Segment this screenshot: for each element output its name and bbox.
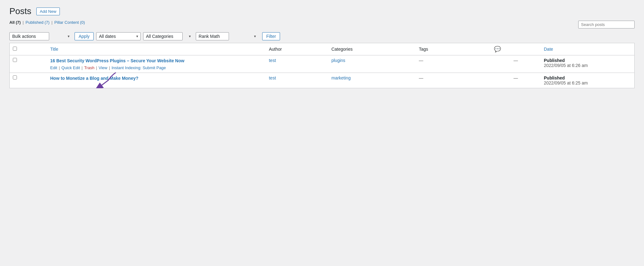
title-sort-link[interactable]: Title [50, 47, 58, 52]
filter-link-all[interactable]: All (7) [9, 20, 21, 25]
add-new-button[interactable]: Add New [36, 8, 60, 15]
posts-table-outer: Title Author Categories Tags 💬 Date 16 B… [9, 43, 635, 88]
categories-column-header: Categories [328, 43, 416, 55]
title-column-header: Title [47, 43, 266, 55]
post-title-link[interactable]: 16 Best Security WordPress Plugins – Sec… [50, 58, 262, 64]
action-sep: | [59, 65, 60, 70]
apply-button[interactable]: Apply [75, 32, 94, 40]
filters-bar: Bulk actionsEditMove to Trash Apply All … [9, 32, 635, 40]
search-input[interactable] [578, 21, 635, 28]
filter-link-pillar-content[interactable]: Pillar Content (0) [55, 20, 85, 25]
table-header-row: Title Author Categories Tags 💬 Date [10, 43, 635, 55]
row-categories-cell: marketing [328, 73, 416, 88]
page-title: Posts [9, 6, 31, 16]
date-value: 2022/09/05 at 6:26 am [544, 63, 588, 68]
date-sort-link[interactable]: Date [544, 47, 553, 52]
row-checkbox-cell [10, 55, 47, 73]
comments-column-header: 💬 [491, 43, 541, 55]
bulk-actions-wrapper[interactable]: Bulk actionsEditMove to Trash [9, 32, 72, 40]
action-link-quick-edit[interactable]: Quick Edit [61, 65, 80, 70]
bulk-actions-select[interactable]: Bulk actionsEditMove to Trash [9, 32, 49, 40]
row-date-cell: Published2022/09/05 at 6:25 am [541, 73, 634, 88]
filter-button[interactable]: Filter [262, 32, 280, 40]
row-tags-cell: — [416, 55, 491, 73]
filter-links: All (7) | Published (7) | Pillar Content… [9, 20, 85, 25]
posts-table: Title Author Categories Tags 💬 Date 16 B… [9, 43, 635, 88]
dates-select[interactable]: All datesSeptember 2022 [96, 32, 141, 40]
action-sep: | [96, 65, 97, 70]
categories-wrapper[interactable]: All Categoriespluginsmarketing [143, 32, 193, 40]
post-title-link[interactable]: How to Monetize a Blog and Make Money? [50, 75, 262, 82]
tags-value: — [419, 75, 423, 80]
filter-sep: | [51, 20, 52, 25]
action-link-view[interactable]: View [99, 65, 107, 70]
row-title-cell: How to Monetize a Blog and Make Money? [47, 73, 266, 88]
checkbox-all[interactable] [13, 47, 17, 51]
filter-link-published[interactable]: Published (7) [26, 20, 50, 25]
row-tags-cell: — [416, 73, 491, 88]
author-link[interactable]: test [269, 75, 276, 80]
author-column-header: Author [266, 43, 328, 55]
author-link[interactable]: test [269, 58, 276, 63]
row-author-cell: test [266, 73, 328, 88]
categories-select[interactable]: All Categoriespluginsmarketing [143, 32, 183, 40]
rank-math-select[interactable]: Rank Math [196, 32, 229, 40]
checkbox-all-header[interactable] [10, 43, 47, 55]
row-author-cell: test [266, 55, 328, 73]
row-comments-cell: — [491, 73, 541, 88]
table-row: How to Monetize a Blog and Make Money?te… [10, 73, 635, 88]
dates-wrapper[interactable]: All datesSeptember 2022 [96, 32, 141, 40]
category-link[interactable]: plugins [331, 58, 345, 63]
date-status: Published [544, 58, 565, 63]
comments-icon: 💬 [494, 46, 501, 52]
action-sep: | [109, 65, 110, 70]
row-checkbox[interactable] [13, 75, 17, 79]
category-link[interactable]: marketing [331, 75, 351, 80]
date-value: 2022/09/05 at 6:25 am [544, 80, 588, 85]
row-comments-cell: — [491, 55, 541, 73]
table-row: 16 Best Security WordPress Plugins – Sec… [10, 55, 635, 73]
action-sep: | [81, 65, 82, 70]
date-column-header: Date [541, 43, 634, 55]
tags-value: — [419, 58, 423, 63]
action-link-instant-index[interactable]: Instant Indexing: Submit Page [112, 65, 166, 70]
filter-sep: | [23, 20, 23, 25]
row-title-cell: 16 Best Security WordPress Plugins – Sec… [47, 55, 266, 73]
date-status: Published [544, 75, 565, 80]
action-link-trash[interactable]: Trash [84, 65, 95, 70]
action-link-edit[interactable]: Edit [50, 65, 57, 70]
comments-value: — [513, 58, 518, 63]
tags-column-header: Tags [416, 43, 491, 55]
row-checkbox[interactable] [13, 58, 17, 62]
row-date-cell: Published2022/09/05 at 6:26 am [541, 55, 634, 73]
row-categories-cell: plugins [328, 55, 416, 73]
row-checkbox-cell [10, 73, 47, 88]
row-actions: Edit | Quick Edit | Trash | View | Insta… [50, 65, 262, 70]
comments-value: — [513, 75, 518, 80]
rank-math-wrapper[interactable]: Rank Math [196, 32, 258, 40]
